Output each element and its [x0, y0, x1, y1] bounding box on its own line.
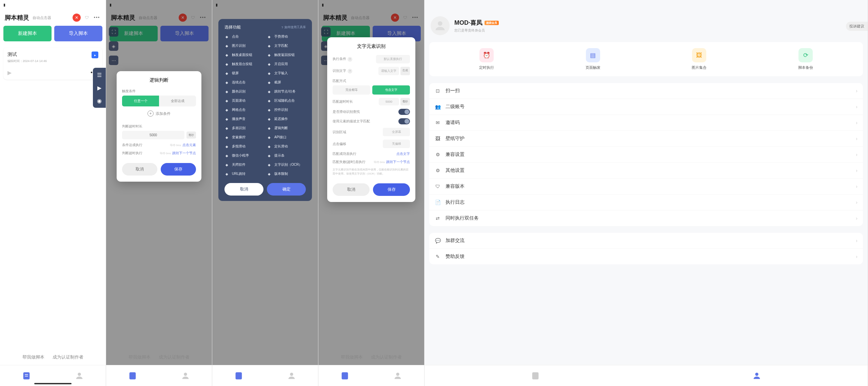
- fn-item[interactable]: ◆文字匹配: [267, 43, 306, 48]
- fn-item[interactable]: ◆颜色识别: [224, 89, 263, 94]
- script-card[interactable]: 测试 编辑时间：2024-07-14 14:46 ▸ ▶ •••: [3, 47, 102, 80]
- fn-item[interactable]: ◆锁屏: [224, 71, 263, 76]
- new-script-button[interactable]: 新建脚本: [3, 26, 52, 41]
- generate-button[interactable]: 生成: [400, 67, 410, 75]
- fn-icon: ◆: [267, 80, 272, 85]
- feature-image-set[interactable]: 🖼图片集合: [646, 48, 753, 70]
- fn-item[interactable]: ◆定长滑动: [267, 144, 306, 149]
- feedback-button[interactable]: 投诉建议: [846, 22, 868, 31]
- cancel-button[interactable]: 取消: [333, 183, 370, 196]
- fn-item[interactable]: ◆控件识别: [267, 107, 306, 112]
- fn-item[interactable]: ◆网格点击: [224, 107, 263, 112]
- fn-icon: ◆: [224, 135, 229, 140]
- fn-help-link[interactable]: ?如何使用工具库: [281, 25, 306, 29]
- list-icon[interactable]: ☰: [96, 71, 103, 79]
- menu-icon: 🛡: [435, 183, 441, 189]
- use-desc-toggle[interactable]: [398, 118, 410, 124]
- fn-icon: ◆: [267, 126, 272, 130]
- area-select[interactable]: 全屏幕: [383, 128, 410, 136]
- add-condition-button[interactable]: + 添加条件: [122, 106, 196, 121]
- menu-item[interactable]: 📄执行日志›: [429, 195, 863, 210]
- fn-icon: ◆: [224, 53, 229, 57]
- menu-item[interactable]: ✉邀请码›: [429, 115, 863, 131]
- menu-item[interactable]: 🖼壁纸守护›: [429, 131, 863, 147]
- seg-any: 任意一个: [122, 96, 159, 106]
- fn-item[interactable]: ◆文字输入: [267, 71, 306, 76]
- fn-item[interactable]: ◆连续点击: [224, 80, 263, 85]
- fn-item[interactable]: ◆开启应用: [267, 62, 306, 66]
- ok-button[interactable]: 确定: [267, 183, 306, 196]
- tab-scripts[interactable]: [425, 365, 646, 386]
- feature-backup[interactable]: ⟳脚本备份: [752, 48, 859, 70]
- app-subtitle: 自动点击器: [33, 15, 51, 20]
- fn-item[interactable]: ◆触发桌面按钮: [224, 53, 263, 57]
- fn-item[interactable]: ◆延迟操作: [267, 117, 306, 121]
- offset-select[interactable]: 无偏移: [383, 140, 410, 148]
- fn-item[interactable]: ◆多指滑动: [224, 144, 263, 149]
- fn-item[interactable]: ◆文字识别（OCR）: [267, 162, 306, 167]
- save-button[interactable]: 保存: [373, 183, 410, 196]
- match-exact[interactable]: 完全相等: [333, 85, 370, 95]
- cancel-button[interactable]: 取消: [122, 163, 157, 176]
- menu-item[interactable]: ✎赞助反馈›: [429, 249, 863, 264]
- help-link[interactable]: 帮我做脚本: [22, 354, 44, 360]
- fn-item[interactable]: ◆手势滑动: [267, 34, 306, 39]
- on-success-action[interactable]: 点击文字: [396, 151, 410, 156]
- fn-item[interactable]: ◆多画识别: [224, 126, 263, 130]
- fn-item[interactable]: ◆变量操控: [224, 135, 263, 140]
- fn-item[interactable]: ◆触发后台按钮: [224, 62, 263, 66]
- cancel-button[interactable]: 取消: [224, 183, 263, 196]
- fn-item[interactable]: ◆URL跳转: [224, 171, 263, 176]
- panel-function-picker: ▮ 选择功能 ?如何使用工具库 ◆点击◆手势滑动◆图片识别◆文字匹配◆触发桌面按…: [212, 0, 318, 386]
- on-timeout-action[interactable]: 等待 0ms跳转下一个节点: [160, 151, 196, 156]
- fn-item[interactable]: ◆播放声音: [224, 117, 263, 121]
- fn-item[interactable]: ◆区域随机点击: [267, 98, 306, 103]
- fn-item[interactable]: ◆页面滚动: [224, 98, 263, 103]
- fn-item[interactable]: ◆点击: [224, 34, 263, 39]
- fn-item[interactable]: ◆微信小程序: [224, 153, 263, 158]
- menu-item[interactable]: ⊡扫一扫›: [429, 83, 863, 99]
- text-elem-modal: 文字元素识别 执行条件? 默认直接执行 识别文字? 请输入文字 生成 匹配方式 …: [327, 37, 415, 202]
- record-icon[interactable]: ◉: [96, 97, 103, 104]
- tab-profile[interactable]: [646, 365, 868, 386]
- avatar[interactable]: [431, 16, 450, 35]
- match-contains[interactable]: 包含文字: [372, 85, 410, 95]
- fn-item[interactable]: ◆跳转节点/任务: [267, 89, 306, 94]
- fn-icon: ◆: [224, 62, 229, 66]
- fn-item[interactable]: ◆图片识别: [224, 43, 263, 48]
- menu-item[interactable]: ⚙兼容设置›: [429, 147, 863, 163]
- author-link[interactable]: 成为认证制作者: [53, 354, 83, 360]
- fn-item[interactable]: ◆API接口: [267, 135, 306, 140]
- save-button[interactable]: 保存: [161, 163, 196, 176]
- scroll-find-toggle[interactable]: [398, 109, 410, 115]
- fn-item[interactable]: ◆触发返回按钮: [267, 53, 306, 57]
- timeout-input[interactable]: 5000: [122, 131, 184, 139]
- rec-text-input[interactable]: 请输入文字: [378, 67, 399, 75]
- fn-item[interactable]: ◆逻辑判断: [267, 126, 306, 130]
- shield-icon[interactable]: 🛡: [83, 14, 91, 22]
- close-icon[interactable]: ✕: [73, 14, 81, 22]
- menu-item[interactable]: ⇄同时执行双任务›: [429, 210, 863, 226]
- menu-item[interactable]: ⚙其他设置›: [429, 163, 863, 179]
- feature-timer[interactable]: ⏰定时执行: [433, 48, 540, 70]
- exec-cond-input[interactable]: 默认直接执行: [376, 55, 410, 63]
- play-big-icon[interactable]: ▶: [96, 84, 103, 92]
- match-timeout-input[interactable]: 5000: [379, 98, 399, 105]
- chevron-right-icon: ›: [856, 104, 857, 109]
- import-script-button[interactable]: 导入脚本: [54, 26, 102, 41]
- more-icon[interactable]: •••: [93, 14, 101, 22]
- play-icon[interactable]: ▶: [7, 69, 14, 76]
- menu-item[interactable]: 👥二级账号›: [429, 99, 863, 115]
- fn-item[interactable]: ◆提示条: [267, 153, 306, 158]
- modal-note: 文字元素识别不能在游戏画面中使用，仅能在能识别到元素的页面中使用。请使用文字识别…: [333, 168, 410, 176]
- fn-item[interactable]: ◆关闭软件: [224, 162, 263, 167]
- trigger-segmented[interactable]: 任意一个 全部达成: [122, 96, 196, 106]
- feature-page-trigger[interactable]: ▤页面触发: [540, 48, 646, 70]
- on-fail-action[interactable]: 等待 0ms跳转下一个节点: [374, 160, 410, 164]
- fn-item[interactable]: ◆截屏: [267, 80, 306, 85]
- fn-item[interactable]: ◆版本限制: [267, 171, 306, 176]
- fn-icon: ◆: [224, 80, 229, 85]
- on-pass-action[interactable]: 等待 0ms点击元素: [170, 143, 196, 147]
- menu-item[interactable]: 🛡兼容版本›: [429, 179, 863, 195]
- menu-item[interactable]: 💬加群交流›: [429, 233, 863, 249]
